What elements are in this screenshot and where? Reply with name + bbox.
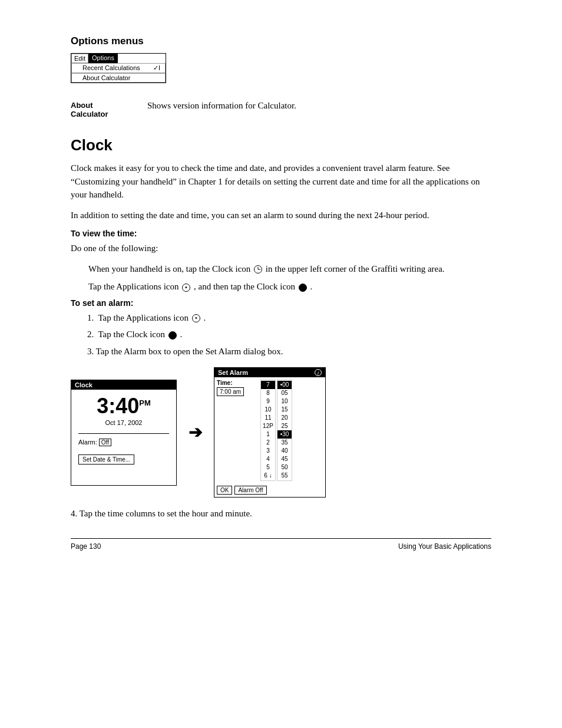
clock-time-value: 3:40 [97, 394, 139, 418]
clock-intro-p2: In addition to setting the date and time… [71, 209, 491, 222]
step-2: 2. Tap the Clock icon . [87, 328, 491, 341]
info-icon: i [315, 369, 322, 376]
alarm-content: Time: 7:00 am 7 8 9 10 11 12P 1 2 3 [214, 377, 325, 483]
set-alarm-heading: To set an alarm: [71, 298, 491, 308]
clock-time-display: 3:40PM [78, 396, 169, 417]
min-15[interactable]: 15 [277, 406, 292, 414]
view-time-heading: To view the time: [71, 229, 491, 238]
clock-icon-dark [299, 284, 307, 292]
min-05[interactable]: 05 [277, 389, 292, 397]
clock-date-display: Oct 17, 2002 [78, 419, 169, 426]
min-10[interactable]: 10 [277, 397, 292, 406]
about-row: AboutCalculator Shows version informatio… [71, 101, 491, 118]
min-00[interactable]: •00 [277, 381, 292, 389]
hour-8[interactable]: 8 [261, 389, 275, 397]
step3-text: Tap the Alarm box to open the Set Alarm … [96, 347, 283, 356]
step1-text: Tap the Applications icon [98, 313, 189, 322]
view-time-option2: Tap the Applications icon , and then tap… [88, 280, 491, 294]
alarm-minutes-col: •00 05 10 15 20 25 •30 35 40 45 50 55 [277, 380, 292, 481]
menu-item-recent: Recent Calculations ✓I [71, 63, 166, 73]
min-55[interactable]: 55 [277, 472, 292, 480]
apps-icon-small [182, 284, 190, 292]
clock-intro-p1: Clock makes it easy for you to check the… [71, 162, 491, 202]
alarm-time-columns: 7 8 9 10 11 12P 1 2 3 4 5 6 ↓ [260, 380, 323, 481]
view-time-option1: When your handheld is on, tap the Clock … [88, 262, 491, 276]
clock-screen-body: 3:40PM Oct 17, 2002 Alarm: Off Set Date … [71, 390, 176, 470]
view-time-option2-middle: , and then tap the Clock icon [194, 282, 295, 291]
step2-text: Tap the Clock icon [98, 330, 165, 339]
alarm-time-label: Time: [217, 380, 258, 386]
apps-icon-step1 [192, 314, 200, 322]
alarm-ok-button[interactable]: OK [217, 486, 232, 495]
hour-7[interactable]: 7 [261, 381, 275, 389]
hour-6[interactable]: 6 ↓ [261, 472, 275, 480]
clock-alarm-label: Alarm: [78, 439, 97, 446]
step4-text: Tap the time columns to set the hour and… [80, 509, 252, 518]
diagram-arrow: ➔ [189, 423, 202, 442]
min-45[interactable]: 45 [277, 455, 292, 463]
clock-section: Clock Clock makes it easy for you to che… [71, 136, 491, 521]
about-label: AboutCalculator [71, 101, 130, 118]
clock-screen-header: Clock [71, 380, 176, 390]
hour-11[interactable]: 11 [261, 414, 275, 422]
footer-chapter-label: Using Your Basic Applications [398, 542, 491, 551]
step-1: 1. Tap the Applications icon . [87, 311, 491, 325]
set-alarm-dialog: Set Alarm i Time: 7:00 am 7 8 9 10 11 1 [214, 367, 326, 498]
options-section: Options menus Edit Options Recent Calcul… [71, 35, 491, 118]
clock-alarm-value: Off [99, 439, 111, 446]
alarm-time-value: 7:00 am [217, 387, 244, 396]
hour-12p[interactable]: 12P [261, 422, 275, 430]
clock-ampm: PM [139, 398, 151, 407]
set-date-time-button[interactable]: Set Date & Time... [78, 454, 134, 465]
menu-edit-cell: Edit [71, 54, 88, 63]
step-4: 4. Tap the time columns to set the hour … [71, 507, 491, 521]
footer-page-label: Page 130 [71, 542, 101, 551]
hour-9[interactable]: 9 [261, 397, 275, 406]
min-50[interactable]: 50 [277, 463, 292, 472]
alarm-left-panel: Time: 7:00 am [217, 380, 258, 481]
hour-4[interactable]: 4 [261, 455, 275, 463]
min-35[interactable]: 35 [277, 439, 292, 447]
menu-item-recent-shortcut: ✓I [153, 64, 160, 72]
step-3: 3. Tap the Alarm box to open the Set Ala… [87, 345, 491, 358]
clock-diagram: Clock 3:40PM Oct 17, 2002 Alarm: Off Set… [71, 367, 491, 498]
options-title: Options menus [71, 35, 491, 47]
clock-setdate-btn-wrapper: Set Date & Time... [78, 450, 169, 465]
clock-icon-step2 [168, 331, 177, 340]
alarm-footer: OK Alarm Off [214, 483, 325, 497]
clock-icon-small [254, 265, 262, 274]
hour-1[interactable]: 1 [261, 430, 275, 439]
alarm-hours-col: 7 8 9 10 11 12P 1 2 3 4 5 6 ↓ [260, 380, 276, 481]
page-footer: Page 130 Using Your Basic Applications [71, 538, 491, 551]
about-description: Shows version information for Calculator… [147, 101, 296, 118]
min-25[interactable]: 25 [277, 422, 292, 430]
view-time-option2-prefix: Tap the Applications icon [88, 282, 179, 291]
options-menu-image: Edit Options Recent Calculations ✓I Abou… [71, 53, 166, 83]
menu-item-about: About Calculator [71, 73, 166, 83]
clock-alarm-row: Alarm: Off [78, 439, 169, 446]
view-time-option1-text: When your handheld is on, tap the Clock … [88, 264, 250, 274]
menu-item-about-label: About Calculator [82, 74, 130, 81]
alarm-off-button[interactable]: Alarm Off [234, 486, 266, 495]
min-30[interactable]: •30 [277, 430, 292, 439]
menu-item-recent-label: Recent Calculations [82, 64, 140, 72]
clock-separator [78, 433, 169, 434]
clock-screen-mockup: Clock 3:40PM Oct 17, 2002 Alarm: Off Set… [71, 380, 177, 486]
hour-10[interactable]: 10 [261, 406, 275, 414]
alarm-dialog-title: Set Alarm [218, 369, 248, 376]
clock-title: Clock [71, 136, 491, 154]
hour-3[interactable]: 3 [261, 447, 275, 455]
menu-options-cell: Options [88, 54, 118, 63]
set-alarm-steps: 1. Tap the Applications icon . 2. Tap th… [87, 311, 491, 358]
view-time-option1-suffix: in the upper left corner of the Graffiti… [266, 264, 445, 274]
min-40[interactable]: 40 [277, 447, 292, 455]
hour-5[interactable]: 5 [261, 463, 275, 472]
min-20[interactable]: 20 [277, 414, 292, 422]
hour-2[interactable]: 2 [261, 439, 275, 447]
view-time-option2-suffix: . [310, 282, 313, 291]
alarm-dialog-header: Set Alarm i [214, 368, 325, 377]
view-time-intro: Do one of the following: [71, 242, 491, 255]
